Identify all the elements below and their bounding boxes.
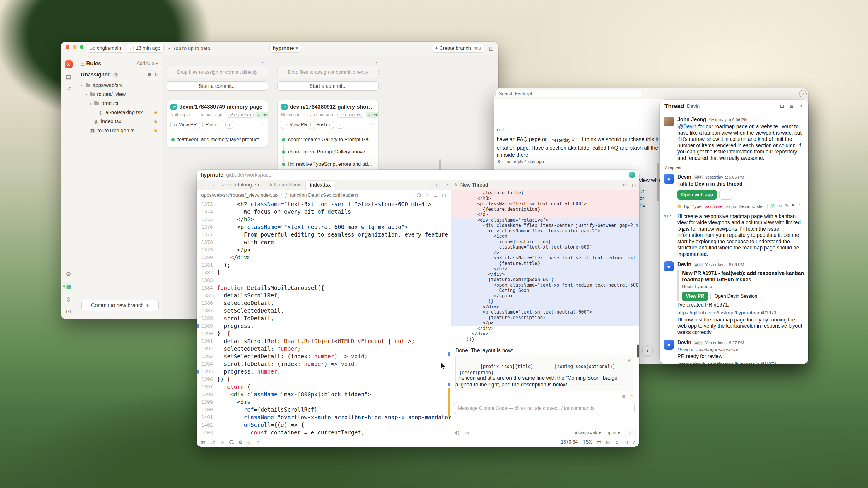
model-select[interactable]: Opus ▾: [606, 430, 620, 435]
jump-to-latest-button[interactable]: ▾: [642, 346, 653, 356]
gitbutler-logo-icon[interactable]: ⋈: [65, 60, 73, 68]
status-note-icon[interactable]: ♪: [633, 440, 635, 445]
minimize-window-icon[interactable]: [73, 45, 76, 49]
layout-toggle-icon[interactable]: ◫: [489, 45, 494, 52]
code-line[interactable]: 1401 className="overflow-x-auto scrollba…: [196, 413, 451, 421]
code-line[interactable]: 1387 setSelectedDetail,: [196, 307, 451, 315]
permission-mode-select[interactable]: Always Ask ▾: [574, 430, 601, 435]
code-line[interactable]: 1379 </p>: [196, 246, 451, 254]
status-kanban-icon[interactable]: ▥: [606, 440, 611, 445]
cursor-position[interactable]: 1370:34: [561, 440, 578, 445]
copy-response-icon[interactable]: ▣: [622, 393, 626, 399]
more-icon[interactable]: ⋮: [798, 204, 802, 208]
close-window-icon[interactable]: [66, 45, 69, 49]
tree-item-product[interactable]: ▾product: [80, 99, 162, 108]
add-commit-button[interactable]: +: [225, 121, 233, 129]
start-commit-button[interactable]: Start a commit...: [167, 82, 268, 91]
language-mode[interactable]: TSX: [583, 440, 592, 445]
status-list-icon[interactable]: ≣: [220, 440, 224, 445]
code-line[interactable]: 1378 with care: [196, 238, 451, 246]
code-line[interactable]: 1393 setSelectedDetail: (index: number) …: [196, 353, 451, 360]
status-branch-icon[interactable]: ⎇: [210, 440, 215, 445]
code-line[interactable]: 1374 We focus on every bit of details: [196, 208, 451, 216]
branch-name[interactable]: devin/1764380749-memory-page: [179, 104, 262, 110]
code-line[interactable]: 1384function DetailsMobileCarousel({: [196, 284, 451, 292]
panel-layout-icon[interactable]: ▢: [632, 183, 637, 188]
lane-menu-icon[interactable]: ⋯: [372, 59, 377, 66]
feedback-mail-icon[interactable]: ✉: [66, 308, 71, 315]
branch-menu-icon[interactable]: ⋯: [370, 122, 375, 128]
tree-item-ai-notetaking-tsx[interactable]: ◎ai-notetaking.tsx: [80, 108, 162, 117]
panel-scrollbar[interactable]: [637, 344, 639, 358]
thread-reply-meta[interactable]: s Last reply 1 day ago: [497, 158, 544, 165]
branch-name[interactable]: devin/1764380912-gallery-shortcuts: [290, 104, 375, 110]
mention-context-icon[interactable]: @: [455, 430, 460, 436]
lane-menu-icon[interactable]: ⋯: [261, 59, 267, 66]
tree-item-routes-view[interactable]: ▾routes/_view: [80, 90, 162, 99]
code-line[interactable]: 1403 const container = e.currentTarget;: [196, 429, 451, 436]
code-line[interactable]: 1396}) {: [196, 375, 451, 383]
history-icon[interactable]: ↺: [66, 86, 71, 92]
code-line[interactable]: 1394 scrollToDetail: (index: number) => …: [196, 360, 451, 368]
drop-zone[interactable]: Drop files to assign or commit directly: [167, 66, 268, 78]
problems-status[interactable]: ⊘ No problems: [265, 182, 304, 188]
code-line[interactable]: 1402 onScroll={(e) => {: [196, 421, 451, 429]
panel-history-icon[interactable]: ↺: [623, 183, 626, 188]
more-options-button[interactable]: ⋯: [719, 190, 732, 200]
diff-view[interactable]: {feature.title} </h3> <p className="text…: [451, 190, 639, 342]
code-area[interactable]: 1373 <h2 className="text-3xl font-serif …: [196, 200, 451, 437]
code-line[interactable]: 1390}: {: [196, 330, 451, 337]
code-line[interactable]: 1383: [196, 276, 451, 284]
user-mention[interactable]: @Devin: [677, 124, 697, 129]
search-icon[interactable]: [417, 193, 421, 197]
commit-item[interactable]: chore: rename Gallery to Prompt Gallery …: [278, 133, 378, 146]
window-controls[interactable]: [66, 45, 84, 49]
commit-item[interactable]: feat(web): add memory layer product page: [167, 133, 268, 146]
status-home-icon[interactable]: ⌂: [616, 440, 619, 445]
code-line[interactable]: 1398 <div className="max-[800px]:block h…: [196, 391, 451, 398]
code-line[interactable]: 1381 );: [196, 261, 451, 269]
list-view-icon[interactable]: ≣: [147, 72, 151, 77]
collapse-rail-icon[interactable]: ⇕: [66, 296, 71, 303]
message-link[interactable]: https://github.com/fastrepl/hyprnote/pul…: [677, 361, 804, 364]
emoji-icon[interactable]: ☺: [464, 430, 469, 436]
ci-status-badge[interactable]: ✓ Passed: [366, 112, 378, 118]
commit-to-new-branch-button[interactable]: Commit to new branch +: [82, 300, 159, 311]
status-search-icon[interactable]: [229, 440, 234, 444]
bookmark-icon[interactable]: ⚑: [791, 204, 795, 208]
breadcrumb[interactable]: apps/web/src/routes/_view/index.tsx › ƒ …: [196, 190, 451, 200]
thread-settings-icon[interactable]: ≣: [790, 103, 794, 109]
panel-plus-icon[interactable]: +: [615, 183, 617, 188]
search-input[interactable]: [496, 90, 642, 97]
add-rule-button[interactable]: Add rule +: [137, 61, 158, 66]
status-rows-icon[interactable]: ▤: [597, 440, 601, 445]
view-pr-button[interactable]: ⊙ View PR: [170, 121, 200, 129]
code-line[interactable]: 1382}: [196, 269, 451, 276]
commit-item[interactable]: chore: move Prompt Gallery above Workflo…: [278, 146, 378, 158]
outline-icon[interactable]: ≣: [434, 193, 437, 198]
history-icon[interactable]: ↺: [426, 193, 429, 198]
status-split-icon[interactable]: ◫: [623, 440, 628, 445]
status-diamond-icon[interactable]: ◇: [247, 440, 251, 445]
sort-icon[interactable]: ⇅: [154, 72, 158, 77]
ci-status-badge[interactable]: ✓ Passed: [255, 112, 268, 118]
code-line[interactable]: 1400 ref={detailsScrollRef}: [196, 406, 451, 413]
send-button[interactable]: ▹: [625, 429, 637, 437]
edit-icon[interactable]: ✎: [785, 204, 788, 208]
create-branch-button[interactable]: + Create branch ⌘B: [432, 44, 484, 53]
back-icon[interactable]: ←: [199, 182, 207, 188]
help-icon[interactable]: ?: [799, 90, 806, 97]
open-devin-session-button[interactable]: Open Devin Session: [710, 292, 762, 301]
reaction-check-icon[interactable]: ✔: [770, 204, 776, 208]
assistant-message-input[interactable]: [454, 402, 634, 414]
push-button[interactable]: Push ↑: [203, 121, 223, 129]
tree-item-routetree-gen-ts[interactable]: TSrouteTree.gen.ts: [80, 126, 162, 135]
code-line[interactable]: 1388 scrollToDetail,: [196, 315, 451, 322]
new-tab-icon[interactable]: +: [428, 183, 431, 188]
code-line[interactable]: 1391 detailsScrollRef: React.RefObject<H…: [196, 337, 451, 345]
code-line[interactable]: 1375 </h2>: [196, 216, 451, 223]
message-link[interactable]: https://github.com/fastrepl/hyprnote/pul…: [677, 310, 804, 316]
code-line[interactable]: 1373 <h2 className="text-3xl font-serif …: [196, 200, 451, 208]
commit-item[interactable]: fix: resolve TypeScript errors and add r…: [278, 158, 378, 170]
code-line[interactable]: 1395 progress: number;: [196, 368, 451, 375]
